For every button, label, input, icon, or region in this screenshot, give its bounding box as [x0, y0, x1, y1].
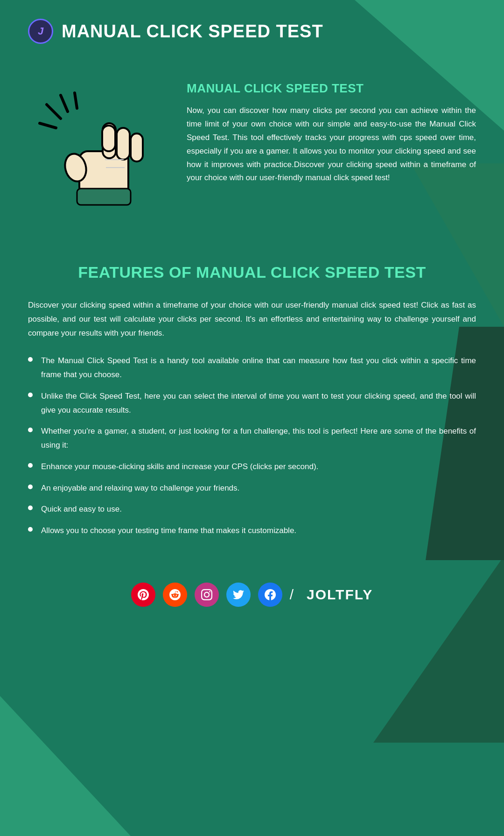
hero-body: Now, you can discover how many clicks pe… — [187, 104, 476, 185]
page-title: MANUAL CLICK SPEED TEST — [62, 21, 323, 42]
logo: J — [28, 19, 53, 44]
features-title: FEATURES OF MANUAL CLICK SPEED TEST — [28, 263, 476, 281]
footer-slash: / — [290, 587, 294, 603]
bullet-point — [28, 393, 33, 397]
svg-line-0 — [47, 105, 61, 119]
list-item: The Manual Click Speed Test is a handy t… — [28, 354, 476, 382]
list-item: Quick and easy to use. — [28, 502, 476, 516]
list-item: Whether you're a gamer, a student, or ju… — [28, 424, 476, 452]
svg-rect-7 — [131, 133, 143, 162]
svg-rect-6 — [117, 128, 130, 160]
bullet-point — [28, 506, 33, 510]
list-item-text: The Manual Click Speed Test is a handy t… — [41, 354, 476, 382]
footer: / JOLTFLY — [0, 564, 504, 635]
list-item: Unlike the Click Speed Test, here you ca… — [28, 389, 476, 417]
bullet-point — [28, 428, 33, 432]
list-item-text: Unlike the Click Speed Test, here you ca… — [41, 389, 476, 417]
svg-line-2 — [61, 95, 68, 112]
list-item-text: Enhance your mouse-clicking skills and i… — [41, 460, 476, 474]
bullet-point — [28, 463, 33, 468]
social-twitter[interactable] — [226, 583, 251, 607]
footer-brand: JOLTFLY — [307, 587, 373, 603]
svg-rect-8 — [102, 126, 115, 151]
social-reddit[interactable] — [163, 583, 187, 607]
bullet-point — [28, 527, 33, 532]
social-facebook[interactable] — [258, 583, 282, 607]
list-item: An enjoyable and relaxing way to challen… — [28, 481, 476, 495]
header: J MANUAL CLICK SPEED TEST — [0, 0, 504, 58]
features-list: The Manual Click Speed Test is a handy t… — [28, 354, 476, 538]
list-item-text: Allows you to choose your testing time f… — [41, 524, 476, 538]
list-item: Enhance your mouse-clicking skills and i… — [28, 460, 476, 474]
features-section: FEATURES OF MANUAL CLICK SPEED TEST Disc… — [0, 245, 504, 564]
list-item: Allows you to choose your testing time f… — [28, 524, 476, 538]
logo-letter: J — [38, 25, 43, 37]
bullet-point — [28, 357, 33, 362]
features-intro: Discover your clicking speed within a ti… — [28, 298, 476, 340]
hero-text: MANUAL CLICK SPEED TEST Now, you can dis… — [187, 77, 476, 185]
hand-click-icon — [33, 86, 163, 217]
bullet-point — [28, 485, 33, 489]
svg-line-3 — [75, 93, 77, 108]
list-item-text: Quick and easy to use. — [41, 502, 476, 516]
list-item-text: An enjoyable and relaxing way to challen… — [41, 481, 476, 495]
list-item-text: Whether you're a gamer, a student, or ju… — [41, 424, 476, 452]
svg-line-1 — [40, 123, 56, 128]
social-pinterest[interactable] — [131, 583, 155, 607]
hero-section: MANUAL CLICK SPEED TEST Now, you can dis… — [0, 58, 504, 245]
svg-rect-10 — [77, 189, 131, 205]
hero-subtitle: MANUAL CLICK SPEED TEST — [187, 81, 476, 96]
social-instagram[interactable] — [195, 583, 219, 607]
hand-icon-container — [28, 77, 168, 217]
